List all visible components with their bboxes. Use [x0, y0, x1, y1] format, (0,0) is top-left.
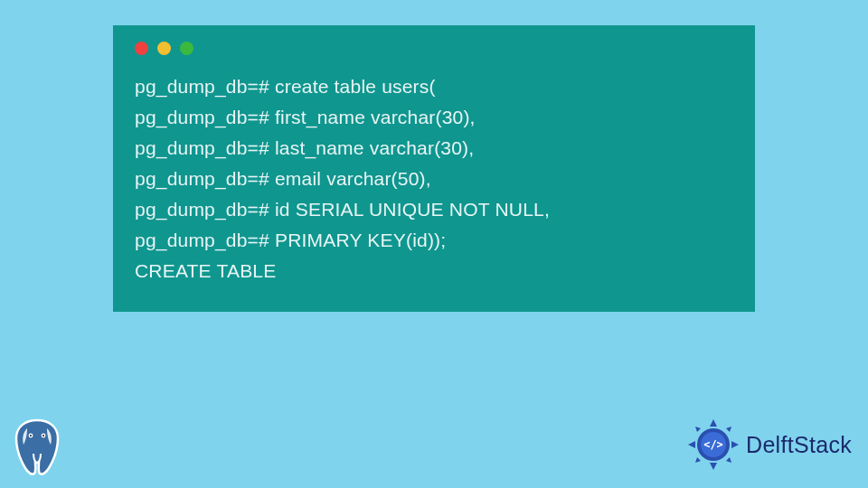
delftstack-label: DelftStack — [746, 432, 852, 458]
code-line: pg_dump_db=# id SERIAL UNIQUE NOT NULL, — [135, 194, 733, 225]
svg-text:</>: </> — [703, 438, 723, 451]
postgresql-logo-icon — [9, 416, 65, 479]
code-line: pg_dump_db=# first_name varchar(30), — [135, 102, 733, 133]
code-line: pg_dump_db=# email varchar(50), — [135, 164, 733, 194]
delftstack-badge-icon: </> — [686, 418, 741, 472]
code-line: CREATE TABLE — [135, 256, 733, 286]
delftstack-branding: </> DelftStack — [686, 418, 852, 472]
svg-point-2 — [30, 435, 32, 436]
terminal-output: pg_dump_db=# create table users( pg_dump… — [135, 71, 733, 286]
minimize-icon — [157, 42, 171, 55]
terminal-window: pg_dump_db=# create table users( pg_dump… — [113, 25, 755, 312]
code-line: pg_dump_db=# PRIMARY KEY(id)); — [135, 225, 733, 256]
code-line: pg_dump_db=# create table users( — [135, 71, 733, 102]
close-icon — [135, 42, 148, 55]
code-line: pg_dump_db=# last_name varchar(30), — [135, 133, 733, 164]
window-controls — [135, 42, 733, 55]
maximize-icon — [180, 42, 193, 55]
svg-point-3 — [42, 435, 44, 436]
